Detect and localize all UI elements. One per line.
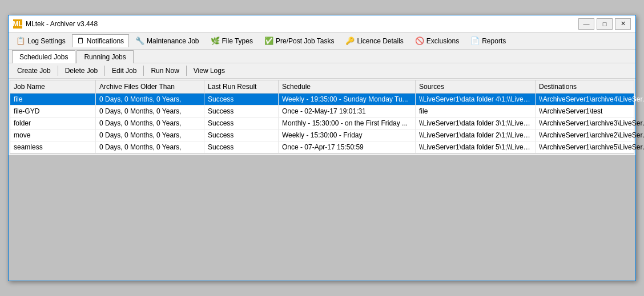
cell-job-name: file — [10, 94, 96, 105]
pre-post-tasks-icon: ✅ — [264, 37, 273, 45]
app-icon: ML — [13, 19, 22, 29]
menubar: 📋 Log Settings 🗒 Notifications 🔧 Mainten… — [9, 33, 635, 50]
separator-1 — [58, 66, 58, 76]
titlebar: ML MLtek - Archiver v3.448 — □ ✕ — [9, 15, 635, 33]
cell-sources: \\LiveServer1\data folder 3\1;\\LiveSe..… — [416, 117, 536, 129]
cell-destinations: \\ArchiveServer1\archive5\LiveServer... — [536, 141, 644, 153]
table-row[interactable]: folder 0 Days, 0 Months, 0 Years, Succes… — [10, 117, 634, 129]
cell-destinations: \\ArchiveServer1\archive3\LiveServer... — [536, 117, 644, 129]
create-job-button[interactable]: Create Job — [12, 65, 56, 76]
file-types-icon: 🌿 — [211, 37, 220, 45]
cell-archive-files: 0 Days, 0 Months, 0 Years, — [96, 129, 204, 141]
cell-sources: \\LiveServer1\data folder 4\1;\\LiveSe..… — [416, 94, 536, 105]
exclusions-icon: 🚫 — [415, 37, 424, 45]
cell-schedule: Monthly - 15:30:00 - on the First Friday… — [279, 117, 416, 129]
menu-tab-reports-label: Reports — [482, 37, 506, 45]
menu-tab-maintenance-job-label: Maintenance Job — [147, 37, 199, 45]
cell-schedule: Once - 07-Apr-17 15:50:59 — [279, 141, 416, 153]
menu-tab-licence-details-label: Licence Details — [357, 37, 403, 45]
close-button[interactable]: ✕ — [615, 18, 631, 30]
col-schedule: Schedule — [279, 80, 416, 93]
titlebar-left: ML MLtek - Archiver v3.448 — [13, 19, 98, 29]
cell-last-run: Success — [204, 141, 279, 153]
cell-last-run: Success — [204, 106, 279, 117]
cell-job-name: folder — [10, 117, 96, 129]
cell-schedule: Once - 02-May-17 19:01:31 — [279, 106, 416, 117]
menu-tab-notifications[interactable]: 🗒 Notifications — [72, 34, 129, 47]
menu-tab-notifications-label: Notifications — [87, 37, 124, 45]
col-archive-files: Archive Files Older Than — [96, 80, 204, 93]
table-row[interactable]: file 0 Days, 0 Months, 0 Years, Success … — [10, 94, 634, 106]
delete-job-button[interactable]: Delete Job — [60, 65, 103, 76]
col-last-run: Last Run Result — [204, 80, 279, 93]
col-sources: Sources — [416, 80, 536, 93]
view-logs-button[interactable]: View Logs — [188, 65, 230, 76]
cell-sources: file — [416, 106, 536, 117]
col-job-name: Job Name — [10, 80, 96, 93]
menu-tab-pre-post-tasks-label: Pre/Post Job Tasks — [276, 37, 335, 45]
tab-running-jobs[interactable]: Running Jobs — [77, 50, 133, 63]
cell-sources: \\LiveServer1\data folder 5\1;\\LiveSe..… — [416, 141, 536, 153]
window-title: MLtek - Archiver v3.448 — [26, 20, 98, 28]
menu-tab-reports[interactable]: 📄 Reports — [465, 34, 511, 47]
tab-scheduled-jobs-label: Scheduled Jobs — [19, 53, 68, 61]
menu-tab-maintenance-job[interactable]: 🔧 Maintenance Job — [130, 34, 204, 47]
cell-last-run: Success — [204, 117, 279, 129]
cell-archive-files: 0 Days, 0 Months, 0 Years, — [96, 94, 204, 105]
tab-running-jobs-label: Running Jobs — [84, 53, 126, 61]
cell-destinations: \\ArchiveServer1\archive2\LiveServer... — [536, 129, 644, 141]
cell-schedule: Weekly - 15:30:00 - Friday — [279, 129, 416, 141]
cell-sources: \\LiveServer1\data folder 2\1;\\LiveSe..… — [416, 129, 536, 141]
titlebar-controls: — □ ✕ — [578, 18, 631, 30]
cell-job-name: move — [10, 129, 96, 141]
cell-archive-files: 0 Days, 0 Months, 0 Years, — [96, 117, 204, 129]
menu-tab-log-settings-label: Log Settings — [27, 37, 66, 45]
reports-icon: 📄 — [470, 37, 480, 45]
table-header: Job Name Archive Files Older Than Last R… — [10, 80, 634, 94]
separator-3 — [143, 66, 144, 76]
content-area: Job Name Archive Files Older Than Last R… — [10, 80, 634, 154]
toolbar-tabs: Scheduled Jobs Running Jobs — [9, 50, 635, 63]
notifications-icon: 🗒 — [77, 37, 84, 45]
cell-last-run: Success — [204, 129, 279, 141]
app-icon-text: ML — [13, 20, 22, 28]
menu-tab-file-types-label: File Types — [222, 37, 253, 45]
cell-destinations: \\ArchiveServer1\test — [536, 106, 644, 117]
menu-tab-log-settings[interactable]: 📋 Log Settings — [11, 34, 71, 47]
minimize-button[interactable]: — — [578, 18, 594, 30]
cell-archive-files: 0 Days, 0 Months, 0 Years, — [96, 141, 204, 153]
tab-scheduled-jobs[interactable]: Scheduled Jobs — [12, 50, 75, 63]
col-destinations: Destinations — [536, 80, 644, 93]
separator-2 — [104, 66, 105, 76]
maximize-button[interactable]: □ — [597, 18, 613, 30]
separator-4 — [186, 66, 187, 76]
log-settings-icon: 📋 — [16, 37, 25, 45]
cell-job-name: file-GYD — [10, 106, 96, 117]
cell-last-run: Success — [204, 94, 279, 105]
action-bar: Create Job Delete Job Edit Job Run Now V… — [9, 63, 635, 79]
cell-schedule: Weekly - 19:35:00 - Sunday Monday Tu... — [279, 94, 416, 105]
menu-tab-pre-post-tasks[interactable]: ✅ Pre/Post Job Tasks — [259, 34, 340, 47]
cell-job-name: seamless — [10, 141, 96, 153]
menu-tab-file-types[interactable]: 🌿 File Types — [206, 34, 258, 47]
table-body: file 0 Days, 0 Months, 0 Years, Success … — [10, 94, 634, 153]
maintenance-job-icon: 🔧 — [135, 37, 144, 45]
cell-archive-files: 0 Days, 0 Months, 0 Years, — [96, 106, 204, 117]
cell-destinations: \\ArchiveServer1\archive4\LiveServer... — [536, 94, 644, 105]
table-row[interactable]: move 0 Days, 0 Months, 0 Years, Success … — [10, 129, 634, 141]
main-window: ML MLtek - Archiver v3.448 — □ ✕ 📋 Log S… — [8, 15, 636, 281]
run-now-button[interactable]: Run Now — [146, 65, 184, 76]
table-row[interactable]: seamless 0 Days, 0 Months, 0 Years, Succ… — [10, 141, 634, 153]
table-row[interactable]: file-GYD 0 Days, 0 Months, 0 Years, Succ… — [10, 106, 634, 117]
empty-area — [9, 155, 635, 281]
licence-details-icon: 🔑 — [345, 37, 355, 45]
menu-tab-exclusions[interactable]: 🚫 Exclusions — [410, 34, 464, 47]
edit-job-button[interactable]: Edit Job — [107, 65, 142, 76]
menu-tab-exclusions-label: Exclusions — [426, 37, 459, 45]
menu-tab-licence-details[interactable]: 🔑 Licence Details — [340, 34, 408, 47]
